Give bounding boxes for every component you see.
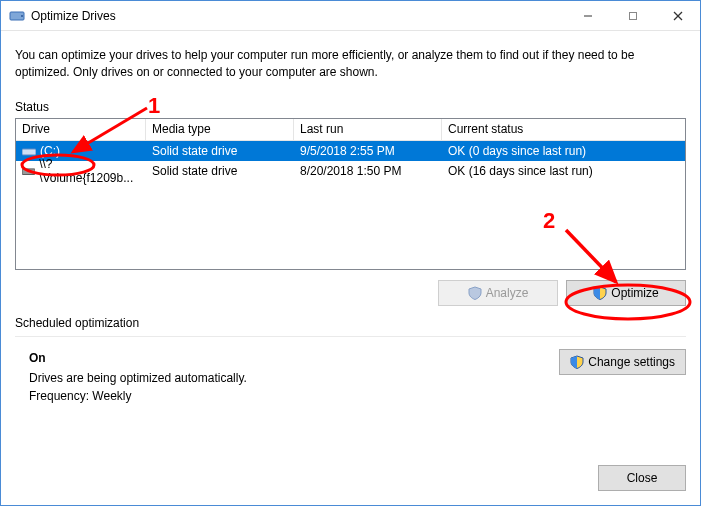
col-media[interactable]: Media type — [146, 119, 294, 140]
drive-name: (C:) — [40, 144, 60, 158]
current-status: OK (0 days since last run) — [448, 144, 586, 158]
shield-icon — [468, 286, 482, 300]
footer: Close — [1, 451, 700, 505]
col-current-status[interactable]: Current status — [442, 119, 685, 140]
titlebar: Optimize Drives — [1, 1, 700, 31]
close-label: Close — [627, 471, 658, 485]
minimize-icon — [583, 11, 593, 21]
current-status: OK (16 days since last run) — [448, 164, 593, 178]
minimize-button[interactable] — [565, 1, 610, 31]
close-button[interactable]: Close — [598, 465, 686, 491]
analyze-button: Analyze — [438, 280, 558, 306]
svg-rect-7 — [22, 169, 35, 175]
maximize-button[interactable] — [610, 1, 655, 31]
optimize-drives-window: Optimize Drives You can optimize your dr… — [0, 0, 701, 506]
drive-row[interactable]: \\?\Volume{f1209b... Solid state drive 8… — [16, 161, 685, 181]
svg-rect-3 — [629, 12, 636, 19]
list-header: Drive Media type Last run Current status — [16, 119, 685, 141]
scheduled-text: On Drives are being optimized automatica… — [15, 345, 559, 407]
svg-point-1 — [21, 15, 23, 17]
change-settings-label: Change settings — [588, 355, 675, 369]
last-run: 8/20/2018 1:50 PM — [300, 164, 401, 178]
optimize-label: Optimize — [611, 286, 658, 300]
scheduled-desc: Drives are being optimized automatically… — [29, 371, 559, 385]
media-type: Solid state drive — [152, 164, 237, 178]
close-icon — [673, 11, 683, 21]
change-settings-button[interactable]: Change settings — [559, 349, 686, 375]
maximize-icon — [628, 11, 638, 21]
last-run: 9/5/2018 2:55 PM — [300, 144, 395, 158]
close-window-button[interactable] — [655, 1, 700, 31]
col-last-run[interactable]: Last run — [294, 119, 442, 140]
drive-icon — [22, 146, 36, 156]
optimize-button[interactable]: Optimize — [566, 280, 686, 306]
drive-name: \\?\Volume{f1209b... — [39, 157, 140, 185]
analyze-label: Analyze — [486, 286, 529, 300]
scheduled-state: On — [29, 351, 559, 365]
shield-icon — [593, 286, 607, 300]
col-drive[interactable]: Drive — [16, 119, 146, 140]
description-text: You can optimize your drives to help you… — [15, 47, 686, 82]
divider — [15, 336, 686, 337]
window-title: Optimize Drives — [31, 9, 116, 23]
svg-rect-6 — [22, 149, 36, 155]
drive-icon — [22, 166, 35, 176]
app-icon — [9, 8, 25, 24]
shield-icon — [570, 355, 584, 369]
drives-list: Drive Media type Last run Current status… — [15, 118, 686, 270]
status-label: Status — [15, 100, 686, 114]
scheduled-heading: Scheduled optimization — [15, 316, 686, 330]
media-type: Solid state drive — [152, 144, 237, 158]
scheduled-freq: Frequency: Weekly — [29, 389, 559, 403]
